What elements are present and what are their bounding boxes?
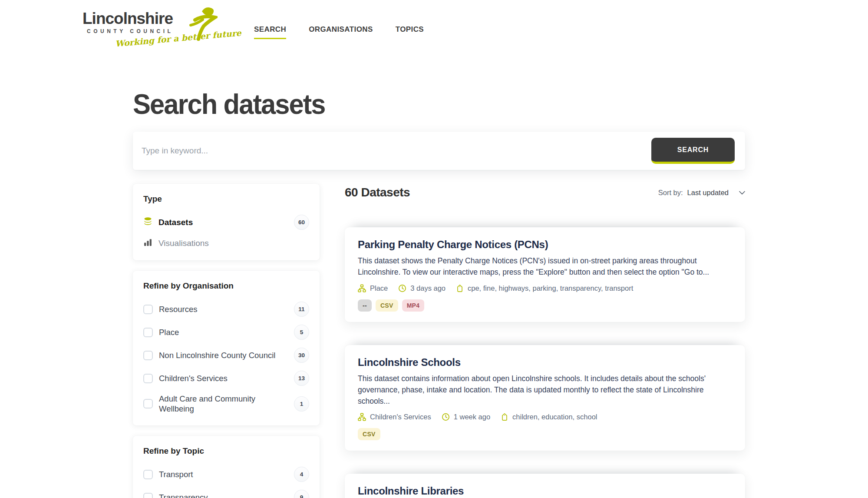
filter-label: Transparency xyxy=(159,492,288,498)
filter-row[interactable]: Place 5 xyxy=(143,321,309,344)
running-figure-icon xyxy=(189,5,218,43)
dataset-title[interactable]: Lincolnshire Libraries xyxy=(358,485,732,497)
organisation-sitemap-icon xyxy=(358,284,366,292)
filter-sidebar: Type Datasets 60 xyxy=(133,184,320,498)
filter-row[interactable]: Transparency 9 xyxy=(143,486,309,498)
bar-chart-icon xyxy=(143,238,152,249)
tags-label: cpe, fine, highways, parking, transparen… xyxy=(468,284,633,292)
format-badge: CSV xyxy=(358,428,380,440)
nav-item-label: SEARCH xyxy=(254,25,286,33)
council-logo[interactable]: Lincolnshire COUNTY COUNCIL Working for … xyxy=(83,10,200,45)
nav-item-label: TOPICS xyxy=(396,25,424,33)
sidebar-item-datasets[interactable]: Datasets 60 xyxy=(143,211,309,234)
tags-label: children, education, school xyxy=(512,413,597,421)
organisation-sitemap-icon xyxy=(358,413,366,421)
filter-checkbox[interactable] xyxy=(143,351,153,360)
topic-section-title: Refine by Topic xyxy=(143,446,309,456)
dataset-card[interactable]: Parking Penalty Charge Notices (PCNs) Th… xyxy=(345,227,745,322)
page-header: Lincolnshire COUNTY COUNCIL Working for … xyxy=(0,0,868,45)
nav-item-search[interactable]: SEARCH xyxy=(254,25,286,39)
filter-row[interactable]: Adult Care and Community Wellbeing 1 xyxy=(143,390,309,418)
count-badge: 13 xyxy=(294,371,309,386)
format-badge: CSV xyxy=(376,299,398,312)
sidebar-item-label: Datasets xyxy=(158,218,288,227)
filter-checkbox[interactable] xyxy=(143,305,153,314)
filter-row[interactable]: Non Lincolnshire County Council 30 xyxy=(143,344,309,367)
dataset-title[interactable]: Lincolnshire Schools xyxy=(358,356,732,369)
format-badge: MP4 xyxy=(402,299,425,312)
search-input[interactable] xyxy=(142,146,651,156)
filter-checkbox[interactable] xyxy=(143,470,153,479)
sort-value: Last updated xyxy=(687,189,729,197)
count-badge: 1 xyxy=(294,396,309,412)
clock-icon xyxy=(398,284,406,292)
main-nav: SEARCH ORGANISATIONS TOPICS xyxy=(254,25,424,39)
sort-dropdown[interactable]: Sort by: Last updated xyxy=(658,189,745,197)
type-filter-card: Type Datasets 60 xyxy=(133,184,320,260)
nav-item-organisations[interactable]: ORGANISATIONS xyxy=(309,25,373,39)
dataset-description: This dataset contains information about … xyxy=(358,373,732,407)
format-badge: -- xyxy=(358,299,372,312)
filter-row[interactable]: Children's Services 13 xyxy=(143,367,309,390)
page-title: Search datasets xyxy=(133,88,721,120)
results-count: 60 Datasets xyxy=(345,186,410,199)
sidebar-item-label: Visualisations xyxy=(158,239,309,248)
nav-item-topics[interactable]: TOPICS xyxy=(396,25,424,39)
filter-label: Children's Services xyxy=(159,373,288,383)
filter-label: Resources xyxy=(159,304,288,314)
dataset-card[interactable]: Lincolnshire Libraries This dataset show… xyxy=(345,474,745,498)
filter-label: Transport xyxy=(159,469,288,479)
filter-row[interactable]: Resources 11 xyxy=(143,298,309,321)
tag-icon xyxy=(501,413,508,421)
search-button[interactable]: SEARCH xyxy=(651,138,735,164)
filter-label: Adult Care and Community Wellbeing xyxy=(159,394,288,414)
organisation-filter-card: Refine by Organisation Resources 11 Plac… xyxy=(133,271,320,425)
sort-by-label: Sort by: xyxy=(658,189,683,197)
chevron-down-icon xyxy=(733,189,745,196)
search-bar: SEARCH xyxy=(133,132,745,170)
dataset-description: This dataset shows the Penalty Charge No… xyxy=(358,255,732,278)
tag-icon xyxy=(456,284,464,292)
clock-icon xyxy=(442,413,450,421)
type-section-title: Type xyxy=(143,194,309,204)
organisation-label: Place xyxy=(370,284,388,292)
database-icon xyxy=(143,217,152,228)
count-badge: 60 xyxy=(294,215,309,230)
filter-label: Place xyxy=(159,327,288,337)
filter-row[interactable]: Transport 4 xyxy=(143,463,309,486)
updated-label: 1 week ago xyxy=(454,413,490,421)
filter-label: Non Lincolnshire County Council xyxy=(159,350,288,360)
filter-checkbox[interactable] xyxy=(143,493,153,498)
dataset-title[interactable]: Parking Penalty Charge Notices (PCNs) xyxy=(358,239,732,251)
dataset-card[interactable]: Lincolnshire Schools This dataset contai… xyxy=(345,345,745,451)
organisation-label: Children's Services xyxy=(370,413,431,421)
results-area: 60 Datasets Sort by: Last updated Parkin… xyxy=(345,184,745,498)
filter-checkbox[interactable] xyxy=(143,328,153,337)
topic-filter-card: Refine by Topic Transport 4 Transparency… xyxy=(133,436,320,498)
count-badge: 4 xyxy=(294,467,309,482)
logo-text: Lincolnshire xyxy=(83,10,200,28)
count-badge: 9 xyxy=(294,490,309,498)
sidebar-item-visualisations[interactable]: Visualisations xyxy=(143,234,309,252)
updated-label: 3 days ago xyxy=(410,284,446,292)
filter-checkbox[interactable] xyxy=(143,399,153,408)
count-badge: 30 xyxy=(294,348,309,363)
nav-item-label: ORGANISATIONS xyxy=(309,25,373,33)
count-badge: 5 xyxy=(294,325,309,340)
count-badge: 11 xyxy=(294,302,309,317)
filter-checkbox[interactable] xyxy=(143,374,153,383)
organisation-section-title: Refine by Organisation xyxy=(143,281,309,291)
